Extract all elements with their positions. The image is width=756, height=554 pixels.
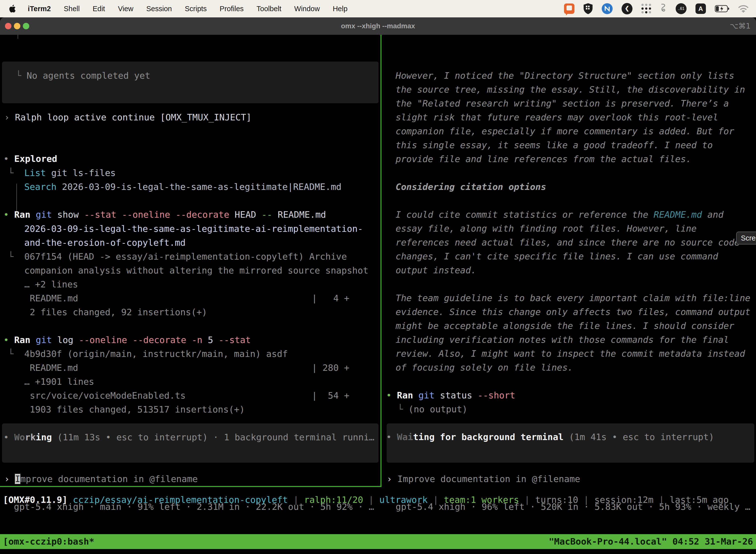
window-title: omx --xhigh --madmax <box>0 17 756 35</box>
menu-status-icons: ❮ ..61 A <box>564 3 756 14</box>
omx-footer: [OMX#0.11.9] cczip/essay/ai-reimplementa… <box>0 487 756 534</box>
window-shortcut-badge: ⌥⌘1 <box>730 17 751 35</box>
working-status: • Working (11m 13s • esc to interrupt) ·… <box>3 430 375 444</box>
log-commit-line: └ 4b9d30f (origin/main, instructkr/main,… <box>8 347 288 361</box>
shield-icon[interactable] <box>583 3 593 14</box>
reasoning-p2: essay file, along with finding root file… <box>396 222 697 235</box>
reasoning-p1: this single essay, it seems like a good … <box>396 138 713 152</box>
ran-git-log: • Ran git log --oneline --decorate -n 5 … <box>3 333 251 347</box>
more-lines-2: … +1901 lines <box>24 375 94 389</box>
menu-item-session[interactable]: Session <box>146 5 172 13</box>
omx-status-line: [OMX#0.11.9] cczip/essay/ai-reimplementa… <box>3 493 729 507</box>
essay-filename-1: 2026-03-09-is-legal-the-same-as-legitima… <box>24 222 363 236</box>
pane-divider-vertical[interactable] <box>380 35 381 487</box>
window-title-bar: omx --xhigh --madmax ⌥⌘1 <box>0 17 756 35</box>
menu-items: iTerm2ShellEditViewSessionScriptsProfile… <box>28 5 348 13</box>
menu-item-view[interactable]: View <box>118 5 133 13</box>
reasoning-p1: the source tree, missing the essay. Stil… <box>396 82 745 97</box>
macos-menu-bar: iTerm2ShellEditViewSessionScriptsProfile… <box>0 0 756 17</box>
keyboard-a-icon[interactable]: A <box>695 3 706 14</box>
reasoning-p3: The team guideline is to back every impo… <box>396 291 750 305</box>
stat-file-3: src/voice/voiceModeEnabled.ts <box>30 389 186 403</box>
commit-line-1: └ 067f154 (HEAD -> essay/ai-reimplementa… <box>8 250 347 264</box>
menu-item-edit[interactable]: Edit <box>92 5 105 13</box>
hook-icon[interactable] <box>660 3 667 14</box>
more-lines-1: … +2 lines <box>24 277 78 291</box>
right-terminal-pane: However, I noticed the "Directory Struct… <box>383 35 756 487</box>
ran-git-show: • Ran git show --stat --oneline --decora… <box>3 208 326 222</box>
tmux-session-label[interactable]: [omx-cczip0:bash* <box>3 534 94 549</box>
record-app-icon[interactable]: ❮ <box>622 3 632 14</box>
explored-header: • Explored <box>3 152 57 166</box>
menu-item-shell[interactable]: Shell <box>64 5 80 13</box>
reasoning-p1: the "Related research writing" section i… <box>396 97 729 110</box>
prompt-input-line[interactable]: › Improve documentation in @filename <box>387 472 580 486</box>
explored-search: Search 2026-03-09-is-legal-the-same-as-l… <box>24 180 341 194</box>
ran-git-status: • Ran git status --short <box>386 388 515 402</box>
menu-item-profiles[interactable]: Profiles <box>220 5 244 13</box>
wifi-icon[interactable] <box>738 5 749 13</box>
chat-bubble-icon[interactable] <box>564 3 574 14</box>
stat-file-2: README.md <box>30 361 78 375</box>
menu-item-help[interactable]: Help <box>333 5 348 13</box>
menu-item-toolbelt[interactable]: Toolbelt <box>256 5 281 13</box>
reasoning-p2: changes, I can't cite specific file line… <box>396 250 718 263</box>
stat-count-2: | 280 + <box>312 361 350 375</box>
menu-item-scripts[interactable]: Scripts <box>185 5 207 13</box>
reasoning-heading: Considering citation options <box>396 180 546 194</box>
tmux-host-clock: "MacBook-Pro-44.local" 04:52 31-Mar-26 <box>549 534 753 549</box>
stat-summary-2: 1903 files changed, 513517 insertions(+) <box>30 403 245 417</box>
menu-item-iterm2[interactable]: iTerm2 <box>28 5 51 13</box>
tmux-status-bar: [omx-cczip0:bash* "MacBook-Pro-44.local"… <box>0 534 756 549</box>
reasoning-p3: might be acceptable alongside the file l… <box>396 319 734 333</box>
no-output-line: └ (no output) <box>397 402 467 416</box>
stat-count-1: | 4 + <box>312 291 350 305</box>
battery-icon[interactable] <box>715 5 729 12</box>
reasoning-p1: companion file, especially if more comme… <box>396 124 734 138</box>
reasoning-p1: slight risk that future readers may over… <box>396 110 718 124</box>
reasoning-p2: output instead. <box>396 263 476 277</box>
reasoning-p3: evidence. Since this change only affects… <box>396 305 750 319</box>
timer-badge-icon[interactable]: ..61 <box>676 3 687 14</box>
prompt-input-line[interactable]: › Improve documentation in @filename <box>4 472 198 486</box>
reasoning-p3: of focusing solely on file lines. <box>396 361 573 375</box>
reasoning-p2: references need actual files, and since … <box>396 235 740 250</box>
stat-file-1: README.md <box>30 291 78 305</box>
verified-badge-icon[interactable] <box>602 3 613 14</box>
ralph-loop-line[interactable]: › Ralph loop active continue [OMX_TMUX_I… <box>4 110 252 124</box>
reasoning-p3: including verification notes with those … <box>396 333 729 347</box>
reasoning-p1: provide file and line references from th… <box>396 152 691 166</box>
dots-grid-icon[interactable] <box>641 4 651 14</box>
screen-notification-tooltip[interactable]: Scre <box>736 232 756 244</box>
waiting-status: • Waiting for background terminal (1m 41… <box>386 430 714 444</box>
stat-count-3: | 54 + <box>312 389 350 403</box>
commit-line-2: companion analysis without altering the … <box>24 264 368 277</box>
reasoning-p1: However, I noticed the "Directory Struct… <box>396 69 734 82</box>
apple-menu-icon[interactable] <box>9 4 16 13</box>
reasoning-p3: review. Also, I might want to inspect th… <box>396 347 745 361</box>
left-terminal-pane: └ No agents completed yet› Ralph loop ac… <box>0 35 380 487</box>
stat-summary-1: 2 files changed, 92 insertions(+) <box>30 305 207 319</box>
tree-stem <box>18 35 18 39</box>
reasoning-p2: I could cite commit statistics or refere… <box>396 208 723 222</box>
essay-filename-2: and-the-erosion-of-copyleft.md <box>24 236 186 250</box>
menu-item-window[interactable]: Window <box>294 5 320 13</box>
explored-list: └ List git ls-files <box>8 166 116 180</box>
no-agents-line: └ No agents completed yet <box>16 69 150 82</box>
